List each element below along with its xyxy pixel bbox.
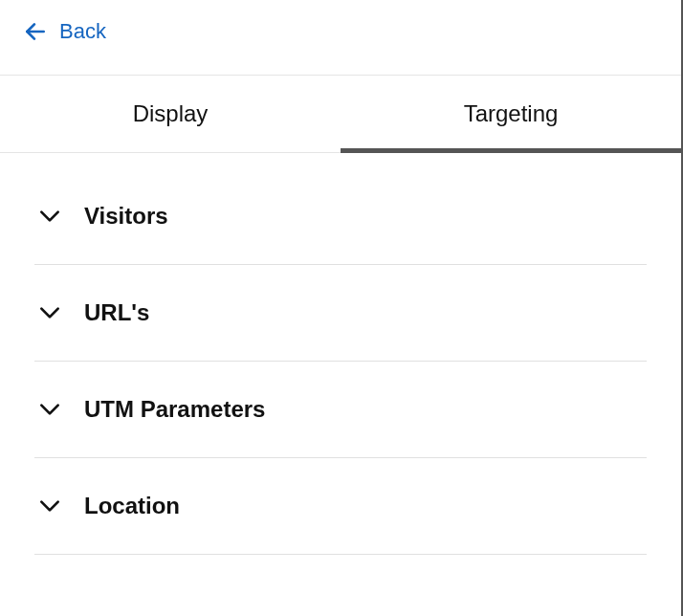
section-location[interactable]: Location xyxy=(34,458,647,555)
section-visitors[interactable]: Visitors xyxy=(34,153,647,265)
sections-list: Visitors URL's UTM Parameters xyxy=(0,153,681,555)
arrow-left-icon xyxy=(23,19,48,44)
section-utm-parameters[interactable]: UTM Parameters xyxy=(34,362,647,458)
tab-targeting[interactable]: Targeting xyxy=(341,76,681,152)
chevron-down-icon xyxy=(34,397,65,422)
chevron-down-icon xyxy=(34,204,65,229)
tab-label: Display xyxy=(133,100,209,126)
section-urls[interactable]: URL's xyxy=(34,265,647,362)
back-label: Back xyxy=(59,19,106,44)
tab-display[interactable]: Display xyxy=(0,76,341,152)
chevron-down-icon xyxy=(34,300,65,325)
header: Back xyxy=(0,0,681,76)
tab-label: Targeting xyxy=(464,100,559,126)
chevron-down-icon xyxy=(34,494,65,518)
section-label: Location xyxy=(84,493,180,519)
back-button[interactable]: Back xyxy=(23,19,106,44)
section-label: Visitors xyxy=(84,203,168,230)
section-label: UTM Parameters xyxy=(84,396,265,423)
tabs: Display Targeting xyxy=(0,76,681,153)
section-label: URL's xyxy=(84,299,149,326)
